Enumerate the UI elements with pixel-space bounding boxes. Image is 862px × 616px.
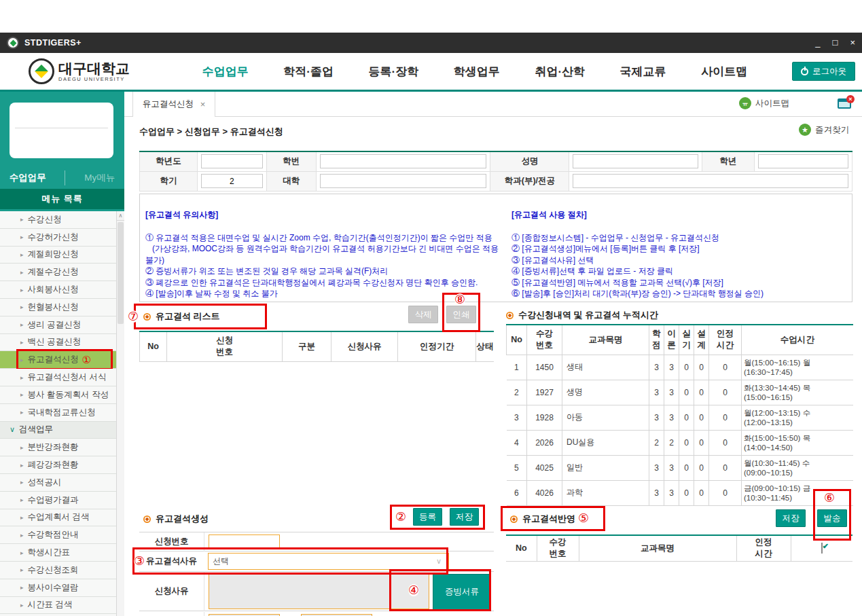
- column-header: 실 기: [679, 325, 694, 355]
- period-start-input[interactable]: ▦: [209, 614, 280, 616]
- sidebar-menu-item[interactable]: ▸ 분반강좌현황: [0, 439, 116, 456]
- nav-item[interactable]: 국제교류: [620, 64, 666, 79]
- sidebar-tab-work[interactable]: 수업업무: [10, 172, 46, 184]
- power-icon: [801, 68, 808, 75]
- reason-textarea[interactable]: [209, 573, 429, 609]
- close-button[interactable]: ×: [850, 38, 855, 48]
- nav-item[interactable]: 등록·장학: [369, 64, 419, 79]
- create-save-button[interactable]: 저장: [450, 508, 479, 526]
- university-logo[interactable]: 대구대학교 DAEGU UNIVERSITY: [29, 58, 164, 84]
- year-input[interactable]: [201, 154, 263, 168]
- sidebar-menu-item[interactable]: ▸ 수강학점안내: [0, 526, 116, 544]
- course-row[interactable]: 3 1928 아동 3 3 0 0 0 월(12:00~13:15) 수(12:…: [507, 405, 853, 430]
- close-all-tabs-icon[interactable]: [838, 98, 851, 109]
- app-logo-icon: [7, 37, 19, 49]
- tab-absence-application[interactable]: 유고결석신청 ×: [132, 92, 215, 117]
- sidebar-menu-item[interactable]: ▸ 폐강강좌현황: [0, 456, 116, 474]
- sidebar-menu-item[interactable]: ▸ 수강허가신청: [0, 229, 116, 247]
- chevron-right-icon: ▸: [20, 374, 24, 381]
- column-header: [791, 535, 852, 561]
- scrollbar-thumb[interactable]: [118, 222, 124, 324]
- evidence-button[interactable]: 증빙서류: [433, 574, 491, 610]
- chevron-right-icon: ▸: [20, 566, 24, 573]
- nav-item[interactable]: 수업업무: [202, 64, 249, 79]
- sidebar-tab-mymenu[interactable]: My메뉴: [84, 172, 115, 184]
- sidebar-menu-item[interactable]: ▸ 시간표 검색: [0, 597, 116, 615]
- scroll-up-icon[interactable]: ∧: [117, 211, 124, 221]
- chevron-right-icon: ▸: [20, 532, 24, 539]
- name-input[interactable]: [573, 154, 698, 168]
- favorite-link[interactable]: ★ 즐겨찾기: [799, 124, 849, 136]
- column-header: No: [507, 325, 527, 355]
- sidebar-menu-item[interactable]: ▸ 국내학점교류신청: [0, 404, 116, 422]
- sidebar-menu-item[interactable]: ▸ 수업계획서 검색: [0, 509, 116, 527]
- sidebar-item-label: 봉사이수열람: [28, 582, 79, 594]
- sidebar-menu-item[interactable]: ▸ 봉사 활동계획서 작성: [0, 386, 116, 404]
- sidebar-menu-item[interactable]: ▸ 수강신청조회: [0, 562, 116, 579]
- department-input[interactable]: [573, 174, 848, 188]
- column-header: No: [140, 331, 167, 361]
- course-row[interactable]: 5 4025 일반 3 3 0 0 0 월(10:30~11:45) 수(09:…: [507, 455, 853, 480]
- sidebar-menu-item[interactable]: ▸ 수업평가결과: [0, 492, 116, 509]
- sidebar-menu-item[interactable]: ▸ 학생시간표: [0, 544, 116, 562]
- sidebar-item-label: 수강학점안내: [28, 529, 79, 541]
- print-button[interactable]: 인쇄: [446, 306, 476, 323]
- maximize-button[interactable]: □: [833, 38, 838, 48]
- course-row[interactable]: 4 2026 DU실용 2 2 0 0 0 화(15:00~15:50) 목(1…: [507, 430, 853, 455]
- chevron-right-icon: ▸: [20, 444, 24, 451]
- sidebar-menu-item[interactable]: ▸ 유고결석신청서 서식: [0, 369, 116, 386]
- sidebar: 수업업무 My메뉴 메뉴 목록 ▸ 수강신청 ▸ 수강허가신청 ▸ 계절희망신청: [0, 92, 124, 616]
- register-button[interactable]: 등록: [413, 508, 442, 526]
- field-label: 학번: [266, 151, 316, 171]
- sidebar-item-label: 학생시간표: [28, 547, 71, 558]
- select-all-checkbox[interactable]: [821, 543, 823, 554]
- course-row[interactable]: 1 1450 생태 3 3 0 0 0 월(15:00~16:15) 월(16:…: [507, 355, 853, 380]
- student-info-form: 학년도 학번 성명 학년 학기 대학 학과(부)/전공: [139, 151, 852, 192]
- grade-input[interactable]: [758, 154, 848, 168]
- period-end-input[interactable]: ▦: [301, 614, 372, 616]
- breadcrumb: 수업업무 > 신청업무 > 유고결석신청: [139, 126, 283, 138]
- sidebar-menu-item[interactable]: ▸ 생리 공결신청: [0, 316, 116, 334]
- nav-item[interactable]: 취업·산학: [535, 64, 585, 79]
- sidebar-scrollbar[interactable]: ∧: [116, 211, 124, 616]
- college-input[interactable]: [320, 174, 487, 188]
- annotation-5: ⑤: [578, 512, 589, 524]
- sidebar-menu-item[interactable]: ▸ 성적공시: [0, 474, 116, 492]
- delete-button[interactable]: 삭제: [408, 306, 438, 323]
- sidebar-menu-item[interactable]: ▸ 계절수강신청: [0, 264, 116, 281]
- notice-left-body: ① 유고결석 적용은 대면수업 및 실시간 Zoom 수업, 학습기간(출석인정…: [145, 232, 501, 300]
- nav-item[interactable]: 학생업무: [454, 64, 500, 79]
- absence-reason-select[interactable]: 선택 ∨: [208, 553, 449, 570]
- sidebar-menu-item[interactable]: ▸ 헌혈봉사신청: [0, 299, 116, 316]
- application-number-input[interactable]: [209, 535, 280, 549]
- nav-item[interactable]: 학적·졸업: [283, 64, 334, 79]
- chevron-right-icon: ▸: [20, 409, 24, 416]
- sidebar-menu-item[interactable]: ▸ 유고결석신청 ①: [0, 351, 116, 369]
- apply-save-button[interactable]: 저장: [776, 509, 806, 527]
- sidebar-menu-item[interactable]: ▸ 사회봉사신청: [0, 281, 116, 299]
- course-row[interactable]: 6 4026 과학 3 3 0 0 0 금(09:00~10:15) 금(10:…: [507, 480, 853, 505]
- chevron-down-icon: ∨: [436, 557, 442, 566]
- sidebar-menu-item[interactable]: ▸ 계절희망신청: [0, 247, 116, 264]
- chevron-right-icon: ▸: [20, 321, 24, 328]
- sidebar-menu-item[interactable]: ▸ 봉사이수열람: [0, 579, 116, 597]
- sitemap-link[interactable]: ㅠ 사이트맵: [739, 97, 789, 109]
- logout-button[interactable]: 로그아웃: [792, 62, 855, 81]
- column-header: 신청 번호: [167, 331, 283, 361]
- sidebar-menu-item[interactable]: ∨ 검색업무: [0, 422, 116, 439]
- notice-right-body: ① [종합정보시스템] - 수업업무 - 신청업무 - 유고결석신청 ② [유고…: [511, 232, 846, 303]
- notice-box: [유고결석 유의사항] ① 유고결석 적용은 대면수업 및 실시간 Zoom 수…: [139, 194, 852, 302]
- tab-close-icon[interactable]: ×: [200, 99, 206, 109]
- minimize-button[interactable]: _: [815, 38, 820, 48]
- course-row[interactable]: 2 1927 생명 3 3 0 0 0 화(13:30~14:45) 목(15:…: [507, 380, 853, 405]
- sidebar-item-label: 수강허가신청: [28, 232, 79, 243]
- divider: [65, 170, 65, 185]
- annotation-7: ⑦: [128, 310, 139, 323]
- semester-input[interactable]: [201, 174, 263, 188]
- sidebar-menu-item[interactable]: ▸ 수강신청: [0, 211, 116, 229]
- chevron-right-icon: ▸: [20, 391, 24, 398]
- send-button[interactable]: 발송: [817, 509, 847, 527]
- sidebar-menu-item[interactable]: ▸ 백신 공결신청: [0, 334, 116, 352]
- nav-item[interactable]: 사이트맵: [701, 64, 747, 79]
- student-id-input[interactable]: [320, 154, 487, 168]
